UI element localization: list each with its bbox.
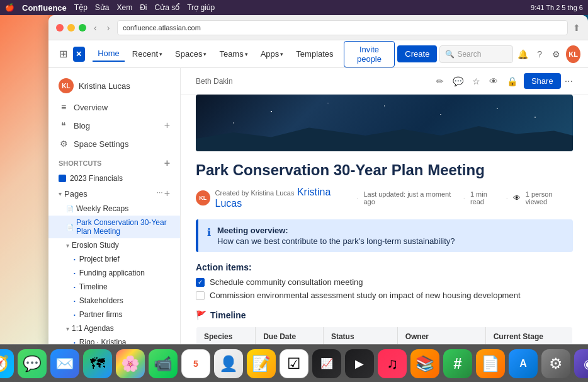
- page-item-weekly-recaps[interactable]: 📄 Weekly Recaps: [48, 202, 180, 216]
- shortcut-financials[interactable]: 2023 Financials: [48, 171, 180, 185]
- address-bar[interactable]: confluence.atlassian.com: [117, 20, 568, 35]
- menubar-go[interactable]: Đi: [140, 3, 147, 12]
- recent-chevron-icon: ▾: [159, 51, 162, 57]
- page-item-project-brief[interactable]: • Project brief: [48, 252, 180, 266]
- page-item-stakeholders[interactable]: • Stakeholders: [48, 294, 180, 308]
- notifications-button[interactable]: 🔔: [516, 45, 530, 63]
- dock-item-appstore[interactable]: A: [509, 349, 538, 378]
- sidebar-user[interactable]: KL Kristina Lucas: [48, 73, 180, 98]
- page-author: Beth Dakin: [196, 77, 233, 86]
- forward-button[interactable]: ›: [105, 21, 113, 34]
- page-item-funding[interactable]: • Funding application: [48, 266, 180, 280]
- restrict-button[interactable]: 🔒: [504, 74, 520, 89]
- nav-spaces-link[interactable]: Spaces▾: [170, 47, 212, 61]
- meta-divider2: ·: [463, 194, 465, 202]
- nav-recent-link[interactable]: Recent▾: [127, 47, 167, 61]
- maximize-window-button[interactable]: [79, 24, 86, 32]
- dock-item-books[interactable]: 📚: [410, 349, 439, 378]
- grid-menu-button[interactable]: ⊞: [56, 45, 71, 63]
- nav-templates-link[interactable]: Templates: [291, 47, 338, 61]
- menubar-left: 🍎 Confluence Tệp Sửa Xem Đi Cửa sổ Trợ g…: [5, 3, 523, 13]
- page-meta: KL Created by Kristina Lucas Kristina Lu…: [196, 187, 573, 209]
- sidebar-item-overview[interactable]: ≡ Overview: [48, 98, 180, 116]
- dock-item-numbers[interactable]: #: [443, 349, 472, 378]
- menubar-app-name[interactable]: Confluence: [22, 3, 67, 13]
- dock-item-notes[interactable]: 📝: [247, 349, 276, 378]
- sidebar-item-blog[interactable]: ❝ Blog +: [48, 116, 180, 135]
- dock-item-arc[interactable]: ◉: [574, 349, 588, 378]
- app-content: ⊞ ✕ Home Recent▾ Spaces▾ Teams▾ Apps▾ Te…: [48, 40, 588, 344]
- dock-item-calendar[interactable]: 5: [181, 349, 210, 378]
- erosion-collapse-icon[interactable]: ▾: [66, 242, 69, 249]
- share-button[interactable]: Share: [524, 73, 561, 89]
- nav-apps-link[interactable]: Apps▾: [256, 47, 289, 61]
- pages-header-left: ▾ Pages: [59, 189, 88, 199]
- browser-share-button[interactable]: ⬆: [573, 23, 580, 33]
- add-shortcut-button[interactable]: +: [164, 158, 170, 169]
- menubar-edit[interactable]: Sửa: [95, 3, 110, 12]
- table-header-row: Species Due Date Status Owner Current St…: [196, 327, 573, 345]
- dock-item-safari[interactable]: 🧭: [0, 349, 14, 378]
- page-icon: 📄: [66, 205, 74, 212]
- page-item-rigo[interactable]: • Rigo · Kristina: [48, 335, 180, 344]
- 1on1-collapse-icon[interactable]: ▾: [66, 325, 69, 332]
- col-stage: Current Stage: [485, 327, 572, 345]
- add-blog-icon[interactable]: +: [164, 120, 170, 131]
- dock-item-maps[interactable]: 🗺: [83, 349, 112, 378]
- user-avatar[interactable]: KL: [566, 45, 580, 63]
- pages-more-icon[interactable]: ···: [157, 188, 163, 199]
- pages-add-icon[interactable]: +: [164, 188, 170, 199]
- page-item-erosion-study[interactable]: ▾ Erosion Study: [48, 238, 180, 252]
- action-item-2: Commission environmental assessment stud…: [196, 291, 573, 300]
- back-button[interactable]: ‹: [91, 21, 99, 34]
- checkbox-2[interactable]: [196, 291, 205, 300]
- search-box[interactable]: 🔍 Search: [439, 45, 513, 63]
- star-button[interactable]: ☆: [470, 74, 483, 89]
- close-window-button[interactable]: [56, 24, 64, 32]
- more-options-button[interactable]: ···: [565, 76, 573, 87]
- dock-item-messages[interactable]: 💬: [18, 349, 47, 378]
- edit-button[interactable]: ✏: [434, 74, 446, 89]
- help-button[interactable]: ?: [533, 45, 547, 63]
- settings-button[interactable]: ⚙: [550, 45, 564, 63]
- menubar-help[interactable]: Trợ giúp: [187, 3, 215, 12]
- apple-logo[interactable]: 🍎: [5, 3, 14, 12]
- sidebar-blog-label: Blog: [74, 121, 90, 130]
- watch-button[interactable]: 👁: [487, 74, 500, 89]
- dock-item-music[interactable]: ♫: [378, 349, 407, 378]
- create-button[interactable]: Create: [397, 45, 437, 62]
- action-label-2: Commission environmental assessment stud…: [210, 291, 521, 300]
- nav-home-link[interactable]: Home: [93, 46, 125, 62]
- menubar-view[interactable]: Xem: [117, 3, 133, 12]
- dock-item-mail[interactable]: ✉️: [50, 349, 79, 378]
- nav-teams-link[interactable]: Teams▾: [214, 47, 252, 61]
- page-item-partner-firms[interactable]: • Partner firms: [48, 308, 180, 321]
- dock-item-systemprefs[interactable]: ⚙: [541, 349, 570, 378]
- content-area: Beth Dakin ✏ 💬 ☆ 👁 🔒 Share ···: [181, 68, 588, 344]
- page-item-timeline[interactable]: • Timeline: [48, 280, 180, 294]
- dock-item-contacts[interactable]: 👤: [214, 349, 243, 378]
- flag-icon: 🚩: [196, 310, 206, 320]
- minimize-window-button[interactable]: [67, 24, 75, 32]
- dock-item-pages[interactable]: 📄: [476, 349, 505, 378]
- pages-collapse-arrow[interactable]: ▾: [59, 190, 62, 197]
- dock-item-photos[interactable]: 🌸: [116, 349, 145, 378]
- page-item-park-conservation[interactable]: 📄 Park Conservation 30-Year Plan Meeting: [48, 216, 180, 238]
- invite-people-button[interactable]: Invite people: [344, 41, 395, 67]
- dock-item-stocks[interactable]: 📈: [312, 349, 341, 378]
- checkbox-1[interactable]: ✓: [196, 278, 205, 287]
- settings-gear-icon: ⚙: [59, 139, 69, 149]
- menubar-file[interactable]: Tệp: [74, 3, 88, 12]
- dock: 🗂 ⊞ 🧭 💬 ✉️ 🗺 🌸 📹 5 👤 📝 ☑ 📈 ▶ ♫ 📚 # 📄 A ⚙…: [0, 344, 588, 382]
- dock-item-reminders[interactable]: ☑: [280, 349, 308, 378]
- info-title: Meeting overview:: [217, 226, 564, 235]
- menubar-window[interactable]: Cửa sổ: [155, 3, 180, 12]
- dock-item-facetime[interactable]: 📹: [149, 349, 178, 378]
- traffic-lights: [56, 24, 86, 32]
- sidebar-item-settings[interactable]: ⚙ Space Settings: [48, 135, 180, 153]
- page-content: Park Conservation 30-Year Plan Meeting K…: [181, 95, 588, 344]
- dock-item-appletv[interactable]: ▶: [345, 349, 374, 378]
- comment-button[interactable]: 💬: [450, 74, 466, 89]
- page-item-1on1-agendas[interactable]: ▾ 1:1 Agendas: [48, 321, 180, 335]
- confluence-logo[interactable]: ✕: [73, 47, 85, 62]
